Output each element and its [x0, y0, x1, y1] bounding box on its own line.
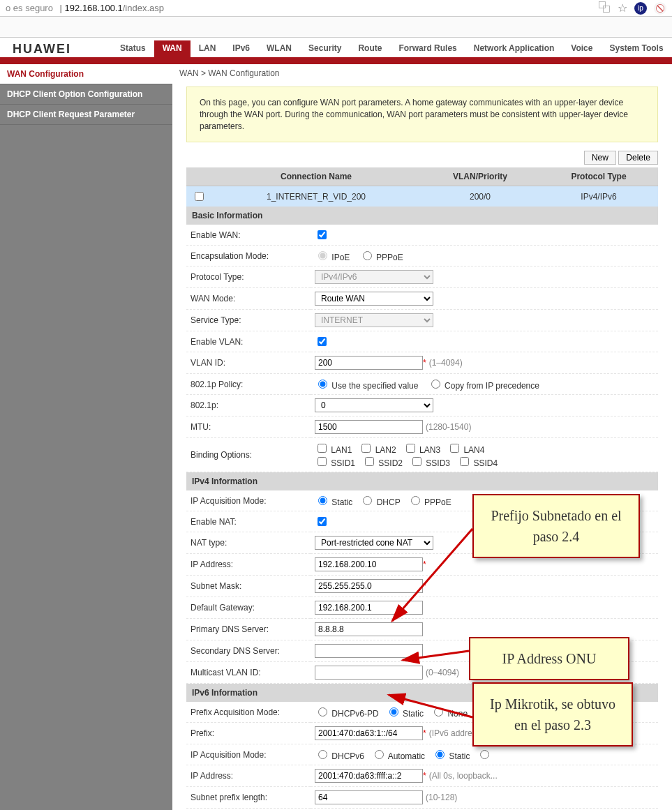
bookmarks-bar [0, 17, 672, 38]
sidebar-item[interactable]: WAN Configuration [0, 64, 172, 84]
tab-security[interactable]: Security [300, 40, 350, 57]
ipv6m-extra-radio[interactable] [480, 750, 489, 759]
tab-voice[interactable]: Voice [562, 40, 601, 57]
tab-ipv6[interactable]: IPv6 [224, 40, 258, 57]
label-enable-vlan: Enable VLAN: [186, 331, 311, 352]
cell-proto: IPv4/IPv6 [539, 186, 658, 207]
ipv4m-dhcp-radio[interactable] [363, 496, 372, 505]
col-checkbox [186, 167, 211, 186]
encap-ipoe-radio[interactable] [318, 251, 327, 260]
tab-wlan[interactable]: WLAN [258, 40, 300, 57]
ipv4m-pppoe-radio[interactable] [411, 496, 420, 505]
mtu-input[interactable] [315, 420, 423, 434]
info-box: On this page, you can configure WAN port… [186, 87, 658, 142]
extension-ip-icon[interactable]: ip [634, 2, 647, 15]
enable-vlan-checkbox[interactable] [318, 337, 327, 346]
row-checkbox[interactable] [195, 192, 204, 201]
ipv6-addr-input[interactable] [315, 769, 423, 783]
dot1p-spec-radio[interactable] [318, 380, 327, 389]
col-vlan: VLAN/Priority [421, 167, 539, 186]
pfm-dhcpv6pd-radio[interactable] [318, 707, 327, 717]
label-prefix-mode: Prefix Acquisition Mode: [186, 702, 311, 723]
dot1p-select[interactable]: 0 [315, 398, 433, 412]
binding-ssid2-checkbox[interactable] [365, 457, 374, 466]
section-basic: Basic Information [186, 207, 658, 225]
dot1p-copy-radio[interactable] [431, 380, 440, 389]
dot1p-copy-label: Copy from IP precedence [445, 381, 539, 391]
label-proto-type: Protocol Type: [186, 267, 311, 288]
extension-noflag-icon[interactable] [654, 2, 666, 15]
binding-lan1-checkbox[interactable] [318, 444, 327, 453]
pfm-static-radio[interactable] [389, 707, 398, 717]
label-mvlan: Multicast VLAN ID: [186, 662, 311, 684]
binding-ssid3-checkbox[interactable] [412, 457, 421, 466]
star-icon[interactable]: ☆ [618, 1, 627, 15]
sidebar-item[interactable]: DHCP Client Request Parameter [0, 105, 172, 125]
wan-mode-select[interactable]: Route WAN [315, 292, 433, 306]
plen-hint: (10-128) [426, 793, 457, 802]
enable-wan-checkbox[interactable] [318, 230, 327, 239]
delete-button[interactable]: Delete [618, 151, 658, 165]
label-ipv6-addr: IP Address: [186, 765, 311, 787]
col-conn-name: Connection Name [211, 167, 421, 186]
enable-nat-checkbox[interactable] [318, 517, 327, 526]
tab-system-tools[interactable]: System Tools [601, 40, 671, 57]
tab-wan[interactable]: WAN [154, 40, 191, 57]
translate-icon[interactable] [598, 1, 611, 15]
main-tabs: StatusWANLANIPv6WLANSecurityRouteForward… [112, 40, 672, 57]
callout-ip-onu: IP Address ONU [469, 637, 629, 680]
tab-network-application[interactable]: Network Application [465, 40, 563, 57]
binding-lan3-checkbox[interactable] [406, 444, 415, 453]
service-type-select[interactable]: INTERNET [315, 313, 433, 327]
tab-lan[interactable]: LAN [191, 40, 225, 57]
table-row[interactable]: 1_INTERNET_R_VID_200 200/0 IPv4/IPv6 [186, 186, 658, 207]
tab-status[interactable]: Status [112, 40, 154, 57]
gw-input[interactable] [315, 601, 423, 615]
vlan-id-input[interactable] [315, 356, 423, 370]
ipv6m-static-radio[interactable] [435, 750, 445, 759]
mvlan-input[interactable] [315, 666, 423, 680]
binding-lan4-checkbox[interactable] [450, 444, 459, 453]
binding-ssid1-checkbox[interactable] [318, 457, 327, 466]
ipv4m-static-radio[interactable] [318, 496, 327, 505]
mtu-hint: (1280-1540) [426, 422, 471, 432]
label-plen: Subnet prefix length: [186, 787, 311, 809]
ipv6m-automatic-radio[interactable] [375, 750, 384, 759]
pdns-input[interactable] [315, 622, 423, 636]
breadcrumb: WAN > WAN Configuration [172, 64, 665, 82]
new-button[interactable]: New [584, 151, 616, 165]
binding-lan2-checkbox[interactable] [361, 444, 371, 453]
mvlan-hint: (0–4094) [426, 668, 459, 677]
tab-forward-rules[interactable]: Forward Rules [390, 40, 465, 57]
subnet-input[interactable] [315, 579, 423, 593]
sdns-input[interactable] [315, 644, 423, 658]
ipv6-addr-hint: (All 0s, loopback... [429, 771, 498, 781]
col-proto: Protocol Type [539, 167, 658, 186]
brand-logo: HUAWEI [0, 38, 112, 57]
encap-ipoe-label: IPoE [331, 253, 350, 262]
encap-pppoe-label: PPPoE [376, 253, 403, 262]
label-ipv4-mode: IP Acquisition Mode: [186, 490, 311, 511]
proto-type-select[interactable]: IPv4/IPv6 [315, 270, 433, 284]
label-pdns: Primary DNS Server: [186, 619, 311, 640]
plen-input[interactable] [315, 790, 423, 804]
section-ipv4: IPv4 Information [186, 472, 658, 490]
cell-vlan: 200/0 [421, 186, 539, 207]
prefix-input[interactable] [315, 726, 423, 740]
pfm-none-radio[interactable] [434, 707, 443, 717]
label-binding: Binding Options: [186, 438, 311, 472]
ipv6m-dhcpv6-radio[interactable] [318, 750, 327, 759]
binding-ssid4-checkbox[interactable] [460, 457, 469, 466]
callout-mikrotik: Ip Mikrotik, se obtuvo en el paso 2.3 [472, 682, 633, 747]
label-nat-type: NAT type: [186, 532, 311, 554]
encap-pppoe-radio[interactable] [363, 251, 372, 260]
ipv4-addr-input[interactable] [315, 557, 423, 571]
callout-prefix: Prefijo Subnetado en el paso 2.4 [472, 494, 640, 558]
label-enable-nat: Enable NAT: [186, 511, 311, 532]
label-subnet: Subnet Mask: [186, 576, 311, 597]
url-path: /index.asp [123, 3, 164, 13]
tab-route[interactable]: Route [350, 40, 390, 57]
sidebar-item[interactable]: DHCP Client Option Configuration [0, 84, 172, 105]
label-encap: Encapsulation Mode: [186, 246, 311, 267]
nat-type-select[interactable]: Port-restricted cone NAT [315, 536, 433, 550]
